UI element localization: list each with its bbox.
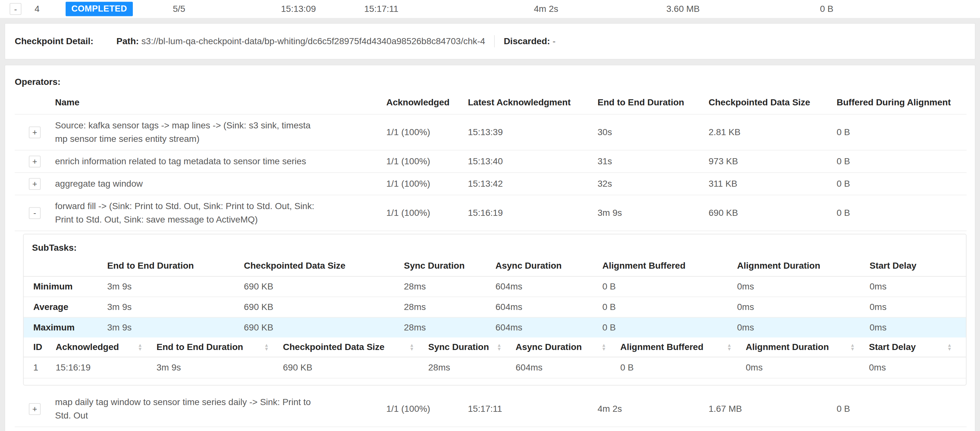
operators-header-expand xyxy=(15,94,55,114)
sort-icon[interactable]: ▲▼ xyxy=(947,343,952,351)
collapse-row-button[interactable]: - xyxy=(10,3,21,15)
sort-icon[interactable]: ▲▼ xyxy=(850,343,855,351)
stats-checkpointed-data-size: 690 KB xyxy=(244,317,404,337)
stats-alignment-buffered: 0 B xyxy=(602,317,737,337)
subtask-end-to-end-duration: 3m 9s xyxy=(156,357,283,378)
subtasks-title: SubTasks: xyxy=(32,243,966,253)
subtasks-expanded-row: SubTasks: End to End Duration Check xyxy=(15,231,967,391)
stats-alignment-buffered: 0 B xyxy=(602,276,737,297)
operators-header-end-to-end-duration: End to End Duration xyxy=(598,94,709,114)
summary-checkpointed-data-size: 3.60 MB xyxy=(667,4,700,14)
stats-sync-duration: 28ms xyxy=(404,297,495,317)
operator-checkpointed-data-size: 1.67 MB xyxy=(709,391,837,427)
subtask-acknowledged: 15:16:19 xyxy=(56,357,156,378)
operator-end-to-end-duration: 3m 9s xyxy=(598,195,709,231)
operator-latest-acknowledgment: 15:17:11 xyxy=(468,391,598,427)
operators-table: Name Acknowledged Latest Acknowledgment … xyxy=(15,94,967,427)
subtasks-header-acknowledged[interactable]: Acknowledged▲▼ xyxy=(56,337,156,357)
operator-expand-cell: + xyxy=(15,172,55,195)
stats-start-delay: 0ms xyxy=(870,276,966,297)
subtasks-header-end-to-end-duration[interactable]: End to End Duration▲▼ xyxy=(156,337,283,357)
caret-down-icon: ▼ xyxy=(947,347,952,351)
stats-header-start-delay: Start Delay xyxy=(870,255,966,276)
operator-name: map daily tag window to sensor time seri… xyxy=(55,391,386,427)
operator-end-to-end-duration: 30s xyxy=(598,114,709,150)
expand-operator-button[interactable]: + xyxy=(29,178,41,190)
operator-expand-cell: - xyxy=(15,195,55,231)
subtasks-header-alignment-buffered[interactable]: Alignment Buffered▲▼ xyxy=(620,337,746,357)
subtask-alignment-buffered: 0 B xyxy=(620,357,746,378)
stats-alignment-duration: 0ms xyxy=(737,297,870,317)
operator-acknowledged: 1/1 (100%) xyxy=(386,150,468,172)
stats-header-blank xyxy=(24,255,107,276)
operator-row: + Source: kafka sensor tags -> map lines… xyxy=(15,114,967,150)
caret-down-icon: ▼ xyxy=(727,347,732,351)
subtasks-table: ID Acknowledged▲▼ End to End Duration▲▼ … xyxy=(24,337,966,378)
sort-icon[interactable]: ▲▼ xyxy=(601,343,606,351)
caret-down-icon: ▼ xyxy=(264,347,269,351)
operators-card: Operators: Name Acknowledged Latest Ackn… xyxy=(5,65,975,431)
subtasks-header-id: ID xyxy=(24,337,56,357)
collapse-operator-button[interactable]: - xyxy=(29,207,41,219)
operator-end-to-end-duration: 31s xyxy=(598,150,709,172)
checkpoint-path: Path:s3://bl-lum-qa-checkpoint-data/bp-w… xyxy=(116,36,485,46)
stats-header-checkpointed-data-size: Checkpointed Data Size xyxy=(244,255,404,276)
subtasks-header-checkpointed-data-size[interactable]: Checkpointed Data Size▲▼ xyxy=(283,337,428,357)
operator-acknowledged: 1/1 (100%) xyxy=(386,114,468,150)
operator-latest-acknowledgment: 15:13:39 xyxy=(468,114,598,150)
operator-acknowledged: 1/1 (100%) xyxy=(386,195,468,231)
operator-buffered-during-alignment: 0 B xyxy=(837,195,967,231)
operator-expand-cell: + xyxy=(15,114,55,150)
stats-header-sync-duration: Sync Duration xyxy=(404,255,495,276)
subtasks-stats-table: End to End Duration Checkpointed Data Si… xyxy=(24,255,966,337)
operator-buffered-during-alignment: 0 B xyxy=(837,114,967,150)
subtask-checkpointed-data-size: 690 KB xyxy=(283,357,428,378)
status-badge: COMPLETED xyxy=(65,2,133,16)
operator-checkpointed-data-size: 311 KB xyxy=(709,172,837,195)
caret-down-icon: ▼ xyxy=(497,347,501,351)
collapse-row-button-wrap: - xyxy=(10,3,21,15)
operator-row: + aggregate tag window 1/1 (100%) 15:13:… xyxy=(15,172,967,195)
subtasks-header-alignment-duration[interactable]: Alignment Duration▲▼ xyxy=(746,337,869,357)
operator-expand-cell: + xyxy=(15,150,55,172)
subtasks-panel-cell: SubTasks: End to End Duration Check xyxy=(15,231,967,391)
stats-sync-duration: 28ms xyxy=(404,276,495,297)
sort-icon[interactable]: ▲▼ xyxy=(138,343,142,351)
sort-icon[interactable]: ▲▼ xyxy=(409,343,414,351)
operator-buffered-during-alignment: 0 B xyxy=(837,150,967,172)
subtasks-header-sync-duration[interactable]: Sync Duration▲▼ xyxy=(428,337,515,357)
expand-operator-button[interactable]: + xyxy=(29,403,41,415)
operator-expand-cell: + xyxy=(15,391,55,427)
operator-row-expanded: - forward fill -> (Sink: Print to Std. O… xyxy=(15,195,967,231)
summary-latest-acknowledgment: 15:17:11 xyxy=(364,4,398,14)
expand-operator-button[interactable]: + xyxy=(29,126,41,138)
expand-operator-button[interactable]: + xyxy=(29,156,41,168)
subtask-row: 1 15:16:19 3m 9s 690 KB 28ms 604ms 0 B 0… xyxy=(24,357,966,378)
sort-icon[interactable]: ▲▼ xyxy=(264,343,269,351)
operator-buffered-during-alignment: 0 B xyxy=(837,172,967,195)
stats-async-duration: 604ms xyxy=(495,297,602,317)
sort-icon[interactable]: ▲▼ xyxy=(727,343,732,351)
discarded-value: - xyxy=(553,36,555,46)
stats-end-to-end-duration: 3m 9s xyxy=(107,297,244,317)
operator-end-to-end-duration: 4m 2s xyxy=(598,391,709,427)
caret-down-icon: ▼ xyxy=(138,347,142,351)
checkpoint-detail-title: Checkpoint Detail: xyxy=(15,36,94,46)
operators-header-latest-acknowledgment: Latest Acknowledgment xyxy=(468,94,598,114)
operator-row: + enrich information related to tag meta… xyxy=(15,150,967,172)
operator-name: enrich information related to tag metada… xyxy=(55,150,386,172)
caret-down-icon: ▼ xyxy=(850,347,855,351)
subtasks-header-async-duration[interactable]: Async Duration▲▼ xyxy=(515,337,620,357)
subtasks-panel: SubTasks: End to End Duration Check xyxy=(23,234,967,386)
stats-label: Maximum xyxy=(24,317,107,337)
stats-header-end-to-end-duration: End to End Duration xyxy=(107,255,244,276)
operator-name: aggregate tag window xyxy=(55,172,386,195)
sort-icon[interactable]: ▲▼ xyxy=(497,343,501,351)
stats-start-delay: 0ms xyxy=(870,317,966,337)
stats-start-delay: 0ms xyxy=(870,297,966,317)
operator-end-to-end-duration: 32s xyxy=(598,172,709,195)
operator-latest-acknowledgment: 15:16:19 xyxy=(468,195,598,231)
summary-trigger-time: 15:13:09 xyxy=(281,4,316,14)
subtasks-header-start-delay[interactable]: Start Delay▲▼ xyxy=(869,337,966,357)
subtasks-header-row: ID Acknowledged▲▼ End to End Duration▲▼ … xyxy=(24,337,966,357)
